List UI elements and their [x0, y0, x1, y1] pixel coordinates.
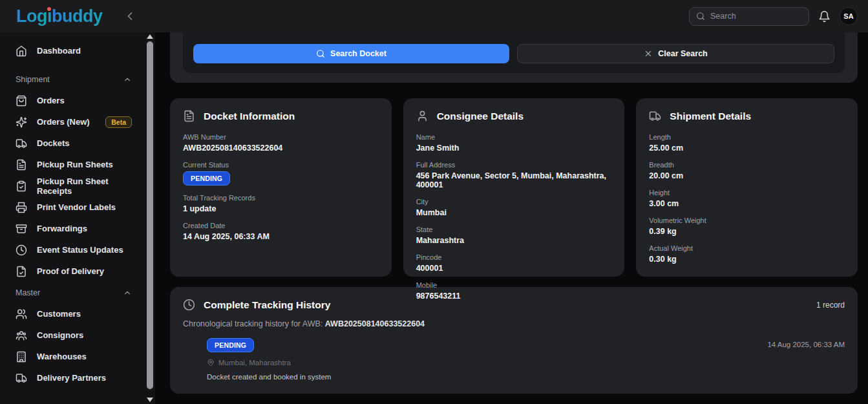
- clock-icon: [183, 299, 195, 311]
- sidebar-item-delivery-partners[interactable]: Delivery Partners: [8, 367, 140, 388]
- sidebar-item-proof-of-delivery[interactable]: Proof of Delivery: [8, 260, 140, 282]
- search-icon: [316, 49, 325, 58]
- consignee-city-value: Mumbai: [416, 208, 612, 217]
- file-check-icon: [16, 266, 27, 277]
- clock-icon: [16, 244, 27, 256]
- consignee-state-value: Maharashtra: [416, 236, 612, 245]
- docket-search-panel: Search Docket Clear Search: [183, 32, 845, 73]
- scrollbar-thumb[interactable]: [147, 41, 153, 389]
- field-label: Length: [649, 133, 845, 141]
- close-icon: [644, 49, 653, 58]
- card-title: Docket Information: [204, 111, 295, 122]
- sparkles-icon: [16, 116, 27, 128]
- scrollbar-down-arrow[interactable]: [147, 398, 153, 402]
- field-label: Breadth: [649, 161, 845, 169]
- status-badge: PENDING: [207, 338, 254, 352]
- file-text-icon: [16, 159, 27, 171]
- sidebar-scrollbar[interactable]: [146, 32, 154, 404]
- sidebar-item-pickup-run-sheet-receipts[interactable]: Pickup Run Sheet Receipts: [8, 175, 140, 197]
- building-icon: [16, 351, 27, 363]
- beta-badge: Beta: [105, 116, 132, 128]
- field-label: Mobile: [416, 281, 612, 289]
- tracking-records-value: 1 update: [183, 204, 379, 213]
- logo-text-buddy: buddy: [52, 6, 103, 27]
- sidebar-section-shipment[interactable]: Shipment: [8, 75, 140, 84]
- length-value: 25.00 cm: [649, 144, 845, 153]
- sidebar-item-dockets[interactable]: Dockets: [8, 133, 140, 154]
- clear-search-button[interactable]: Clear Search: [517, 44, 834, 63]
- docket-search-card: Search Docket Clear Search: [170, 32, 858, 83]
- entry-timestamp: 14 Aug 2025, 06:33 AM: [767, 341, 845, 348]
- truck-icon: [16, 138, 27, 149]
- archive-icon: [16, 223, 27, 235]
- field-label: AWB Number: [183, 133, 379, 141]
- file-text-icon: [183, 110, 195, 122]
- sidebar-item-forwardings[interactable]: Forwardings: [8, 218, 140, 239]
- sidebar-section-master[interactable]: Master: [8, 288, 140, 297]
- created-date-value: 14 Aug 2025, 06:33 AM: [183, 232, 379, 241]
- shopping-bag-icon: [16, 95, 27, 107]
- truck-icon: [649, 110, 661, 122]
- sidebar-item-label: Dashboard: [37, 46, 81, 56]
- field-label: Full Address: [416, 161, 612, 169]
- field-label: Volumetric Weight: [649, 217, 845, 224]
- sidebar-item-pickup-run-sheets[interactable]: Pickup Run Sheets: [8, 154, 140, 175]
- volumetric-weight-value: 0.39 kg: [649, 227, 845, 236]
- clipboard-check-icon: [16, 180, 27, 192]
- global-search[interactable]: [689, 7, 809, 26]
- notifications-bell-icon[interactable]: [818, 10, 831, 23]
- actual-weight-value: 0.30 kg: [649, 255, 845, 264]
- height-value: 3.00 cm: [649, 199, 845, 208]
- shipment-details-card: Shipment Details Length 25.00 cm Breadth…: [636, 98, 858, 277]
- entry-location: Mumbai, Maharashtra: [218, 359, 291, 367]
- field-label: City: [416, 198, 612, 206]
- field-label: State: [416, 226, 612, 233]
- sidebar-item-warehouses[interactable]: Warehouses: [8, 346, 140, 367]
- search-docket-button[interactable]: Search Docket: [193, 44, 509, 63]
- search-input[interactable]: [710, 12, 794, 21]
- sidebar-item-customers[interactable]: Customers: [8, 303, 140, 324]
- record-count: 1 record: [816, 301, 845, 310]
- logo-text-i: ı: [47, 6, 52, 27]
- users-group-icon: [16, 330, 27, 341]
- consignee-details-card: Consignee Details Name Jane Smith Full A…: [403, 98, 625, 277]
- docket-information-card: Docket Information AWB Number AWB2025081…: [170, 98, 392, 277]
- sidebar-item-consignors[interactable]: Consignors: [8, 324, 140, 346]
- sidebar-collapse-icon[interactable]: [123, 10, 136, 23]
- tracking-awb: AWB202508140633522604: [325, 319, 425, 328]
- sidebar-item-orders[interactable]: Orders: [8, 90, 140, 111]
- search-icon: [696, 12, 705, 21]
- map-pin-icon: [207, 359, 215, 367]
- scrollbar-up-arrow[interactable]: [147, 34, 153, 39]
- app-logo: Log ı buddy: [16, 6, 103, 27]
- entry-description: Docket created and booked in system: [207, 373, 331, 381]
- sidebar-item-orders-new[interactable]: Orders (New) Beta: [8, 111, 140, 133]
- printer-icon: [16, 202, 27, 213]
- users-icon: [16, 308, 27, 320]
- tracking-title: Complete Tracking History: [204, 299, 330, 311]
- home-icon: [16, 45, 27, 57]
- user-icon: [416, 110, 429, 122]
- breadth-value: 20.00 cm: [649, 171, 845, 180]
- consignee-pincode-value: 400001: [416, 264, 612, 273]
- user-avatar[interactable]: SA: [840, 7, 858, 25]
- field-label: Total Tracking Records: [183, 194, 379, 202]
- tracking-entry: PENDING Mumbai, Maharashtra Docket creat…: [207, 338, 845, 381]
- chevron-up-icon: [123, 288, 132, 297]
- field-label: Name: [416, 133, 612, 141]
- field-label: Pincode: [416, 253, 612, 261]
- sidebar-item-print-vendor-labels[interactable]: Print Vendor Labels: [8, 197, 140, 218]
- awb-number-value: AWB202508140633522604: [183, 144, 379, 153]
- consignee-mobile-value: 9876543211: [416, 292, 612, 301]
- field-label: Current Status: [183, 161, 379, 169]
- main-content: Search Docket Clear Search Docket Inform…: [155, 32, 868, 404]
- field-label: Created Date: [183, 222, 379, 229]
- card-title: Shipment Details: [670, 111, 751, 122]
- consignee-address-value: 456 Park Avenue, Sector 5, Mumbai, Mahar…: [416, 171, 612, 189]
- field-label: Actual Weight: [649, 244, 845, 252]
- sidebar-item-dashboard[interactable]: Dashboard: [8, 40, 140, 61]
- status-badge: PENDING: [183, 171, 230, 186]
- logo-i-dot: [47, 7, 51, 11]
- tracking-subtitle: Chronological tracking history for AWB: …: [183, 319, 845, 328]
- sidebar-item-event-status-updates[interactable]: Event Status Updates: [8, 239, 140, 260]
